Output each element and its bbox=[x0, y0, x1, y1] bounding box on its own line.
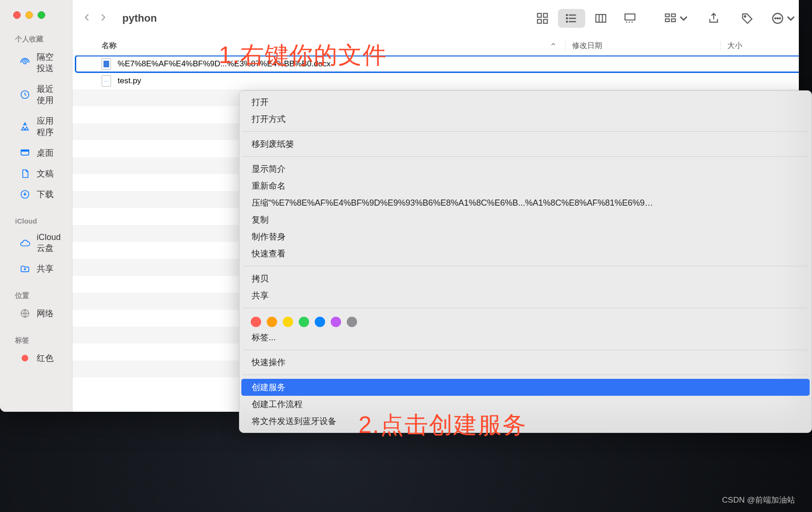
sidebar-item-label: 桌面 bbox=[37, 147, 54, 159]
sidebar-item-iclouddrive[interactable]: iCloud 云盘 bbox=[5, 229, 67, 257]
ctx-separator bbox=[242, 308, 809, 308]
svg-point-0 bbox=[24, 61, 26, 64]
group-button[interactable] bbox=[661, 9, 693, 28]
tag-color-purple[interactable] bbox=[331, 317, 341, 327]
svg-point-11 bbox=[566, 15, 567, 16]
tag-color-orange[interactable] bbox=[267, 317, 277, 327]
close-icon[interactable] bbox=[13, 11, 21, 19]
svg-rect-14 bbox=[596, 15, 606, 22]
zoom-icon[interactable] bbox=[38, 11, 45, 19]
sidebar-item-label: 最近使用 bbox=[37, 83, 61, 106]
svg-point-13 bbox=[566, 21, 567, 22]
svg-point-20 bbox=[744, 16, 746, 17]
sidebar-item-label: 网络 bbox=[37, 308, 54, 319]
file-name: %E7%8E%AF%E4%BF%9D...%E3%87%E4%BB%B0.doc… bbox=[118, 59, 331, 69]
ctx-create-workflow[interactable]: 创建工作流程 bbox=[239, 396, 812, 413]
sidebar-item-label: 隔空投送 bbox=[37, 51, 61, 74]
ctx-duplicate[interactable]: 复制 bbox=[239, 211, 812, 228]
 ctx-get-info[interactable]: 显示简介 bbox=[239, 160, 812, 177]
sidebar: 个人收藏 隔空投送 最近使用 应用程序 桌面 bbox=[0, 0, 72, 412]
sidebar-item-airdrop[interactable]: 隔空投送 bbox=[5, 48, 67, 78]
svg-point-5 bbox=[24, 269, 26, 270]
file-row[interactable]: ⋯ test.py bbox=[72, 72, 799, 89]
svg-rect-17 bbox=[671, 14, 675, 17]
sidebar-item-label: iCloud 云盘 bbox=[37, 232, 61, 254]
airdrop-icon bbox=[20, 57, 30, 68]
col-date-label[interactable]: 修改日期 bbox=[565, 41, 720, 51]
sidebar-item-recents[interactable]: 最近使用 bbox=[5, 80, 67, 110]
ctx-make-alias[interactable]: 制作替身 bbox=[239, 228, 812, 245]
ctx-open[interactable]: 打开 bbox=[239, 94, 812, 111]
svg-point-12 bbox=[566, 18, 567, 19]
svg-point-23 bbox=[777, 18, 778, 19]
action-menu-button[interactable] bbox=[768, 9, 799, 28]
svg-rect-8 bbox=[543, 14, 547, 17]
ctx-create-service[interactable]: 创建服务 bbox=[241, 379, 810, 396]
ctx-separator bbox=[242, 266, 809, 266]
svg-rect-10 bbox=[543, 19, 547, 23]
ctx-rename[interactable]: 重新命名 bbox=[239, 177, 812, 194]
sidebar-item-shared[interactable]: 共享 bbox=[5, 259, 67, 278]
sidebar-section-icloud: iCloud bbox=[0, 212, 72, 228]
sidebar-item-label: 下载 bbox=[37, 189, 54, 200]
col-name-label[interactable]: 名称 bbox=[102, 41, 117, 51]
desktop-icon bbox=[20, 148, 30, 158]
sidebar-item-label: 应用程序 bbox=[37, 115, 61, 138]
ctx-compress[interactable]: 压缩“%E7%8E%AF%E4%BF%9D%E9%93%B6%E8%A1%8C%… bbox=[239, 194, 812, 211]
ctx-separator bbox=[242, 131, 809, 132]
svg-rect-3 bbox=[21, 150, 29, 152]
file-row-selected[interactable]: %E7%8E%AF%E4%BF%9D...%E3%87%E4%BB%B0.doc… bbox=[75, 56, 799, 72]
svg-point-24 bbox=[780, 18, 780, 19]
svg-rect-18 bbox=[666, 19, 669, 22]
text-file-icon: ⋯ bbox=[102, 75, 111, 87]
tag-red-icon bbox=[20, 353, 30, 363]
sidebar-item-network[interactable]: 网络 bbox=[5, 304, 67, 323]
ctx-tags-label[interactable]: 标签... bbox=[239, 329, 812, 346]
minimize-icon[interactable] bbox=[25, 11, 33, 19]
sidebar-section-favorites: 个人收藏 bbox=[0, 30, 72, 47]
view-gallery-button[interactable] bbox=[616, 9, 644, 28]
tag-color-yellow[interactable] bbox=[283, 317, 293, 327]
tag-color-green[interactable] bbox=[299, 317, 309, 327]
share-button[interactable] bbox=[700, 9, 727, 28]
ctx-quicklook[interactable]: 快速查看 bbox=[239, 245, 812, 262]
clock-icon bbox=[20, 89, 30, 100]
nav-forward-button[interactable] bbox=[98, 11, 107, 26]
ctx-quick-actions[interactable]: 快速操作 bbox=[239, 354, 812, 371]
sidebar-item-label: 文稿 bbox=[37, 168, 54, 179]
sharefolder-icon bbox=[20, 264, 30, 274]
sidebar-item-applications[interactable]: 应用程序 bbox=[5, 112, 67, 142]
view-list-button[interactable] bbox=[558, 9, 585, 28]
ctx-send-bluetooth[interactable]: 将文件发送到蓝牙设备 bbox=[239, 413, 812, 430]
tag-color-gray[interactable] bbox=[347, 317, 357, 327]
svg-point-22 bbox=[775, 18, 776, 19]
ctx-open-with[interactable]: 打开方式 bbox=[239, 111, 812, 128]
view-mode-group bbox=[529, 9, 644, 28]
watermark: CSDN @前端加油站 bbox=[722, 495, 795, 505]
download-icon bbox=[20, 189, 30, 200]
apps-icon bbox=[20, 121, 30, 132]
view-columns-button[interactable] bbox=[587, 9, 614, 28]
sidebar-item-desktop[interactable]: 桌面 bbox=[5, 144, 67, 162]
svg-rect-19 bbox=[671, 19, 675, 22]
ctx-trash[interactable]: 移到废纸篓 bbox=[239, 136, 812, 152]
tag-color-blue[interactable] bbox=[315, 317, 325, 327]
doc-icon bbox=[20, 168, 30, 179]
context-menu: 打开 打开方式 移到废纸篓 显示简介 重新命名 压缩“%E7%8E%AF%E4%… bbox=[239, 90, 812, 433]
sidebar-section-tags: 标签 bbox=[0, 331, 72, 348]
ctx-copy[interactable]: 拷贝 bbox=[239, 270, 812, 287]
tag-color-red[interactable] bbox=[251, 317, 261, 327]
ctx-tag-colors bbox=[239, 312, 812, 329]
ctx-separator bbox=[242, 375, 809, 375]
sidebar-item-downloads[interactable]: 下载 bbox=[5, 185, 67, 204]
ctx-share[interactable]: 共享 bbox=[239, 287, 812, 304]
svg-rect-15 bbox=[625, 14, 635, 20]
sidebar-item-documents[interactable]: 文稿 bbox=[5, 164, 67, 183]
view-icons-button[interactable] bbox=[529, 9, 556, 28]
sidebar-item-tag-red[interactable]: 红色 bbox=[5, 349, 67, 368]
tags-button[interactable] bbox=[734, 9, 761, 28]
window-title: python bbox=[122, 12, 157, 24]
nav-back-button[interactable] bbox=[82, 11, 91, 26]
col-size-label[interactable]: 大小 bbox=[720, 41, 799, 51]
sort-ascending-icon[interactable] bbox=[550, 41, 557, 51]
